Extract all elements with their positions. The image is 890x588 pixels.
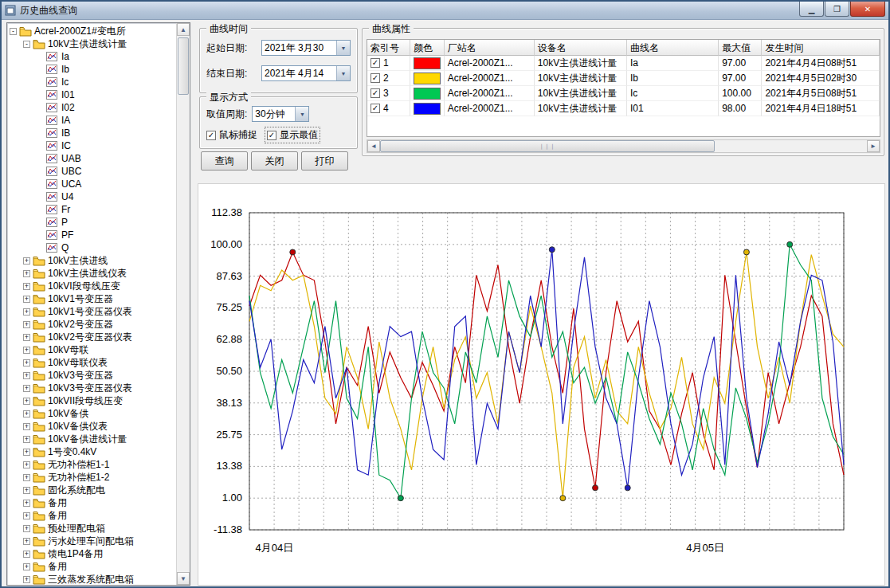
tree-node[interactable]: +无功补偿柜1-2 — [23, 471, 176, 484]
tree-node[interactable]: +无功补偿柜1-1 — [23, 458, 176, 471]
tree-node[interactable]: +备用 — [23, 509, 176, 522]
expand-toggle-icon[interactable]: + — [23, 347, 30, 354]
curve-visible-checkbox[interactable]: ✓ — [371, 58, 380, 68]
chevron-down-icon[interactable]: ▼ — [336, 41, 350, 55]
table-row[interactable]: ✓4Acrel-2000Z1...10kV主供进线计量I0198.002021年… — [367, 101, 880, 116]
minimize-button[interactable]: ▁ — [799, 2, 824, 17]
tree-node[interactable]: +10kVII段母线压变 — [23, 394, 176, 407]
tree-node[interactable]: I02 — [37, 101, 176, 114]
table-column-header[interactable]: 索引号 — [367, 40, 410, 56]
expand-toggle-icon[interactable]: + — [23, 436, 30, 443]
tree-node[interactable]: Ia — [37, 50, 176, 63]
table-column-header[interactable]: 发生时间 — [762, 40, 880, 56]
expand-toggle-icon[interactable]: + — [23, 500, 30, 507]
tree-node[interactable]: +固化系统配电 — [23, 484, 176, 496]
collapse-toggle-icon[interactable]: - — [10, 28, 17, 35]
mouse-capture-checkbox[interactable]: ✓ 鼠标捕捉 — [206, 128, 257, 142]
tree-node[interactable]: Fr — [37, 203, 176, 216]
query-button[interactable]: 查询 — [201, 151, 248, 171]
chart-canvas[interactable]: 112.38100.0087.6375.2562.8850.5038.1325.… — [198, 184, 883, 583]
tree-node[interactable]: +10kV2号变压器 — [23, 318, 176, 331]
expand-toggle-icon[interactable]: + — [23, 257, 30, 265]
expand-toggle-icon[interactable]: + — [23, 398, 30, 405]
expand-toggle-icon[interactable]: + — [23, 461, 30, 468]
tree-node[interactable]: UBC — [37, 165, 176, 178]
tree-node[interactable]: Q — [37, 241, 176, 254]
close-dialog-button[interactable]: 关闭 — [251, 151, 298, 171]
expand-toggle-icon[interactable]: + — [23, 308, 30, 316]
expand-toggle-icon[interactable]: + — [23, 283, 30, 290]
tree-node[interactable]: IC — [37, 139, 176, 152]
expand-toggle-icon[interactable]: + — [23, 449, 30, 456]
history-curve-chart[interactable]: 112.38100.0087.6375.2562.8850.5038.1325.… — [198, 183, 885, 586]
expand-toggle-icon[interactable]: + — [23, 359, 30, 367]
tree-node[interactable]: +10kVI段母线压变 — [23, 280, 176, 292]
tree-scrollbar[interactable]: ▲ ▼ — [176, 23, 190, 585]
tree-node[interactable]: +10kV1号变压器仪表 — [23, 305, 176, 318]
tree-node[interactable]: +10kV主供进线仪表 — [23, 267, 176, 280]
tree-node[interactable]: UAB — [37, 152, 176, 165]
tree-node[interactable]: Ic — [37, 76, 176, 88]
tree-scrollbar-thumb[interactable] — [178, 37, 189, 95]
expand-toggle-icon[interactable]: + — [23, 563, 30, 570]
tree-node[interactable]: Ib — [37, 63, 176, 76]
tree-node[interactable]: +预处理配电箱 — [23, 522, 176, 535]
expand-toggle-icon[interactable]: + — [23, 487, 30, 494]
tree-node[interactable]: +10kV备供仪表 — [23, 420, 176, 433]
expand-toggle-icon[interactable]: + — [23, 410, 30, 417]
checkmark-icon[interactable]: ✓ — [206, 131, 216, 140]
scroll-down-icon[interactable]: ▼ — [177, 572, 190, 585]
expand-toggle-icon[interactable]: + — [23, 385, 30, 392]
table-scrollbar-thumb[interactable]: ❘❘❘ — [380, 140, 715, 152]
maximize-button[interactable]: ❐ — [825, 2, 849, 17]
tree-node[interactable]: UCA — [37, 178, 176, 190]
curve-visible-checkbox[interactable]: ✓ — [371, 104, 380, 113]
tree-node[interactable]: +污水处理车间配电箱 — [23, 535, 176, 547]
expand-toggle-icon[interactable]: + — [23, 372, 30, 379]
expand-toggle-icon[interactable]: + — [23, 321, 30, 328]
tree-node[interactable]: +10kV主供进线 — [23, 254, 176, 267]
tree-node[interactable]: +10kV3号变压器仪表 — [23, 382, 176, 394]
table-column-header[interactable]: 曲线名 — [627, 40, 719, 56]
expand-toggle-icon[interactable]: + — [23, 512, 30, 519]
tree-node[interactable]: +10kV母联 — [23, 343, 176, 356]
table-column-header[interactable]: 最大值 — [719, 40, 762, 56]
tree-node[interactable]: +10kV备供 — [23, 407, 176, 420]
chevron-down-icon[interactable]: ▼ — [336, 66, 350, 80]
checkmark-icon[interactable]: ✓ — [267, 131, 276, 140]
tree-node[interactable]: +三效蒸发系统配电箱 — [23, 573, 176, 585]
table-row[interactable]: ✓1Acrel-2000Z1...10kV主供进线计量Ia97.002021年4… — [367, 56, 880, 71]
scroll-left-icon[interactable]: ◄ — [367, 140, 380, 152]
tree-node[interactable]: +10kV母联仪表 — [23, 356, 176, 369]
scroll-right-icon[interactable]: ► — [867, 140, 880, 152]
table-horizontal-scrollbar[interactable]: ◄ ❘❘❘ ► — [367, 139, 880, 153]
tree-node[interactable]: -10kV主供进线计量 — [23, 37, 176, 50]
tree-node[interactable]: +馈电1P4备用 — [23, 547, 176, 560]
tree-node[interactable]: P — [37, 216, 176, 229]
tree-node[interactable]: IA — [37, 114, 176, 127]
tree-node[interactable]: +1号变0.4kV — [23, 445, 176, 458]
expand-toggle-icon[interactable]: + — [23, 270, 30, 277]
curve-visible-checkbox[interactable]: ✓ — [371, 73, 380, 83]
expand-toggle-icon[interactable]: + — [23, 576, 30, 583]
table-row[interactable]: ✓2Acrel-2000Z1...10kV主供进线计量Ib97.002021年4… — [367, 71, 880, 86]
expand-toggle-icon[interactable]: + — [23, 525, 30, 532]
tree-node[interactable]: I01 — [37, 88, 176, 101]
tree-node[interactable]: +10kV2号变压器仪表 — [23, 331, 176, 343]
titlebar[interactable]: 历史曲线查询 ▁ ❐ ✕ — [2, 2, 888, 20]
expand-toggle-icon[interactable]: + — [23, 474, 30, 481]
collapse-toggle-icon[interactable]: - — [23, 41, 30, 48]
tree-node[interactable]: +备用 — [23, 560, 176, 573]
curve-visible-checkbox[interactable]: ✓ — [371, 88, 380, 98]
expand-toggle-icon[interactable]: + — [23, 551, 30, 558]
table-column-header[interactable]: 厂站名 — [445, 40, 535, 56]
tree-node[interactable]: IB — [37, 127, 176, 139]
show-extremes-checkbox[interactable]: ✓ 显示最值 — [265, 127, 320, 143]
tree-node[interactable]: +10kV备供进线计量 — [23, 433, 176, 445]
table-column-header[interactable]: 设备名 — [535, 40, 627, 56]
expand-toggle-icon[interactable]: + — [23, 296, 30, 303]
scroll-up-icon[interactable]: ▲ — [177, 23, 190, 36]
tree-node[interactable]: +10kV1号变压器 — [23, 292, 176, 305]
end-date-combo[interactable]: 2021年 4月14 ▼ — [261, 65, 351, 81]
expand-toggle-icon[interactable]: + — [23, 423, 30, 430]
